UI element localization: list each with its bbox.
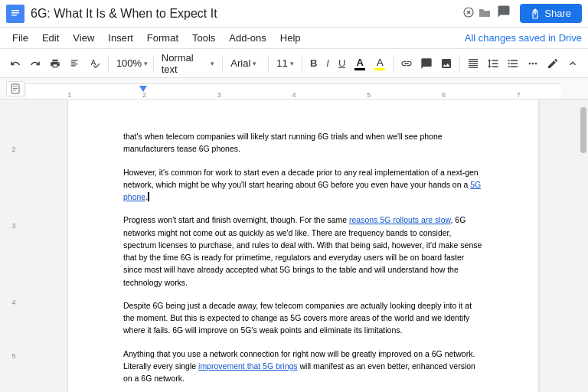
ruler-mark-4: 4: [292, 91, 296, 99]
doc-area: 2 3 4 5 that's when telecom companies wi…: [0, 100, 588, 392]
ruler-mark-1: 1: [67, 91, 71, 99]
insert-image-button[interactable]: [437, 55, 456, 72]
text-cursor: [148, 192, 149, 201]
page-num-3: 3: [0, 222, 28, 230]
paragraph-indicator: [139, 86, 147, 92]
paragraph-2: However, it's common for work to start e…: [123, 166, 483, 204]
zoom-select[interactable]: 100% ▾: [113, 55, 149, 71]
ruler-mark-5: 5: [367, 91, 371, 99]
document-title[interactable]: 6G: What It Is & When to Expect It: [31, 7, 457, 21]
font-select[interactable]: Arial ▾: [227, 55, 264, 71]
svg-rect-8: [11, 84, 19, 93]
insert-comment-toolbar-button[interactable]: [417, 55, 436, 72]
toolbar: 100% ▾ Normal text ▾ Arial ▾ 11 ▾ B I U …: [0, 49, 588, 78]
doc-scroll: that's when telecom companies will likel…: [28, 100, 579, 392]
comment-icon[interactable]: [497, 5, 511, 22]
separator-7: [459, 55, 460, 72]
menu-view[interactable]: View: [67, 30, 100, 46]
paragraph-3: Progress won't start and finish overnigh…: [123, 214, 483, 289]
menu-file[interactable]: File: [6, 30, 34, 46]
left-margin: 2 3 4 5: [0, 100, 28, 392]
link-5g-phone[interactable]: 5G phone: [123, 180, 481, 201]
separator-6: [393, 55, 394, 72]
highlight-button[interactable]: A: [371, 54, 389, 73]
svg-rect-0: [10, 7, 21, 21]
share-button[interactable]: Share: [520, 4, 582, 23]
link-reasons-slow[interactable]: reasons 5G rollouts are slow: [349, 215, 450, 224]
redo-button[interactable]: [26, 56, 44, 71]
insert-link-button[interactable]: [397, 55, 416, 72]
style-select[interactable]: Normal text ▾: [158, 50, 219, 77]
scrollbar-thumb[interactable]: [580, 107, 586, 153]
link-improvement-5g[interactable]: improvement that 5G brings: [198, 361, 298, 371]
menu-bar: File Edit View Insert Format Tools Add-o…: [0, 28, 588, 49]
page-num-5: 5: [0, 352, 28, 360]
style-caret: ▾: [211, 60, 214, 67]
paragraph-5: Anything that you use a network connecti…: [123, 348, 483, 385]
svg-rect-3: [11, 15, 17, 16]
menu-insert[interactable]: Insert: [102, 30, 139, 46]
save-status: All changes saved in Drive: [465, 32, 582, 44]
bold-button[interactable]: B: [306, 55, 321, 71]
spellcheck-button[interactable]: [86, 56, 104, 71]
more-button[interactable]: [524, 55, 542, 72]
ruler-mark-2: 2: [142, 91, 146, 99]
underline-button[interactable]: U: [335, 55, 349, 71]
ruler-area: 1 2 3 4 5 6 7: [0, 78, 588, 100]
expand-button[interactable]: [564, 55, 582, 72]
zoom-caret: ▾: [144, 60, 148, 67]
separator-1: [108, 55, 109, 72]
print-button[interactable]: [46, 56, 64, 71]
separator-2: [153, 55, 154, 72]
menu-edit[interactable]: Edit: [36, 30, 65, 46]
ruler: 1 2 3 4 5 6 7: [27, 83, 561, 99]
title-bar: 6G: What It Is & When to Expect It Share: [0, 0, 588, 28]
edit-pencil-button[interactable]: [544, 55, 562, 72]
svg-rect-2: [11, 12, 19, 14]
paragraph-4: Despite 6G being just a decade away, few…: [123, 299, 483, 337]
menu-format[interactable]: Format: [141, 30, 185, 46]
size-caret: ▾: [290, 60, 294, 67]
separator-4: [268, 55, 269, 72]
line-spacing-button[interactable]: [484, 55, 502, 72]
page-num-4: 4: [0, 299, 28, 306]
folder-icon[interactable]: [479, 7, 491, 20]
scrollbar[interactable]: [579, 100, 588, 392]
ruler-mark-7: 7: [517, 91, 521, 99]
alignment-button[interactable]: [464, 55, 482, 72]
undo-button[interactable]: [6, 56, 24, 71]
title-icons: [463, 7, 491, 20]
ruler-mark-3: 3: [217, 91, 221, 99]
menu-help[interactable]: Help: [274, 30, 307, 46]
paragraph-1: that's when telecom companies will likel…: [123, 130, 483, 155]
text-color-button[interactable]: A: [351, 54, 369, 73]
paint-format-button[interactable]: [66, 56, 84, 71]
menu-tools[interactable]: Tools: [186, 30, 221, 46]
italic-button[interactable]: I: [322, 55, 333, 71]
svg-rect-1: [11, 10, 19, 11]
font-size-select[interactable]: 11 ▾: [273, 55, 298, 71]
separator-3: [222, 55, 223, 72]
list-button[interactable]: [504, 55, 522, 72]
pin-icon[interactable]: [463, 7, 474, 20]
menu-addons[interactable]: Add-ons: [223, 30, 272, 46]
ruler-mark-6: 6: [442, 91, 446, 99]
page-num-2: 2: [0, 145, 28, 153]
page-content[interactable]: that's when telecom companies will likel…: [68, 100, 538, 392]
page-indicator: [6, 81, 24, 96]
separator-5: [302, 55, 302, 72]
doc-icon: [6, 5, 24, 23]
font-caret: ▾: [253, 60, 256, 67]
